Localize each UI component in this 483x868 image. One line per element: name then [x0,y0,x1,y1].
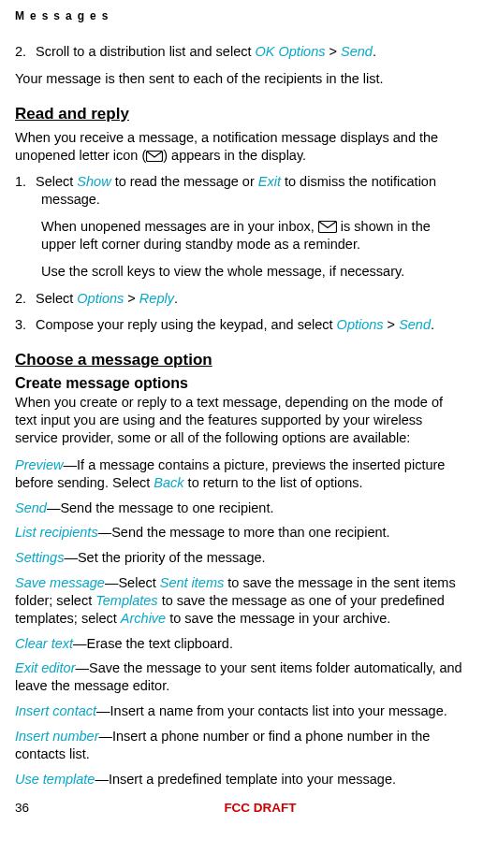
option-send: Send—Send the message to one recipient. [15,499,468,517]
option-settings: Settings—Set the priority of the message… [15,549,468,567]
option-preview: Preview—If a message contains a picture,… [15,456,468,492]
back-key: Back [154,475,183,490]
reply-key: Reply [139,291,174,306]
create-intro: When you create or reply to a text messa… [15,394,468,447]
inbox-reminder: When unopened messages are in your inbox… [41,218,468,253]
sent-items-key: Sent items [160,575,225,590]
show-key: Show [77,174,110,189]
step-number: 2. [15,43,36,61]
option-insert-contact: Insert contact—Insert a name from your c… [15,702,468,720]
ok-key: OK [256,44,275,59]
create-options-heading: Create message options [15,375,468,392]
rr-step-1: 1.Select Show to read the message or Exi… [15,173,468,209]
text: Scroll to a distribution list and select [36,44,256,59]
page-footer: 36 FCC DRAFT [15,801,468,815]
options-key: Options [337,317,384,332]
step-2: 2.Scroll to a distribution list and sele… [15,43,468,61]
option-exit-editor: Exit editor—Save the message to your sen… [15,659,468,695]
option-save-message: Save message—Select Sent items to save t… [15,574,468,628]
send-key: Send [399,317,431,332]
rr-step-2: 2.Select Options > Reply. [15,290,468,308]
option-insert-number: Insert number—Insert a phone number or f… [15,728,468,763]
option-use-template: Use template—Insert a predefined templat… [15,771,468,788]
section-choose-option: Choose a message option [15,351,468,369]
envelope-icon [318,221,337,233]
archive-key: Archive [121,611,166,626]
separator: > [326,44,342,59]
page-header: Messages [15,9,468,22]
option-list-recipients: List recipients—Send the message to more… [15,524,468,542]
sent-to-all-text: Your message is then sent to each of the… [15,70,468,88]
options-key: Options [279,44,326,59]
rr-step-3: 3.Compose your reply using the keypad, a… [15,316,468,334]
read-reply-intro: When you receive a message, a notificati… [15,129,468,165]
envelope-icon [146,151,163,162]
option-clear-text: Clear text—Erase the text clipboard. [15,635,468,653]
scroll-hint: Use the scroll keys to view the whole me… [41,263,468,281]
section-read-reply: Read and reply [15,105,468,123]
options-key: Options [77,291,124,306]
send-key: Send [341,44,373,59]
exit-key: Exit [258,174,281,189]
fcc-draft-label: FCC DRAFT [52,801,468,815]
templates-key: Templates [95,593,157,608]
